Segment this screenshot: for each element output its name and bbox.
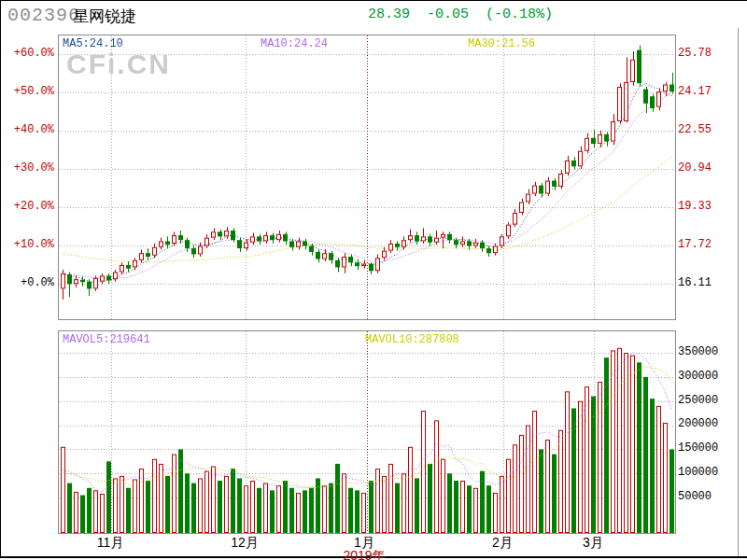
volume-axis-label: 150000 <box>678 441 718 455</box>
mavol10-label: MAVOL10:287808 <box>365 333 459 346</box>
price-axis-label: 24.17 <box>678 85 712 98</box>
volume-axis-label: 250000 <box>678 394 718 407</box>
price-axis-label: 20.94 <box>678 161 712 175</box>
year-label: 2019年 <box>343 548 385 560</box>
ma30-label: MA30:21.56 <box>468 37 535 50</box>
pct-axis-label: +40.0% <box>0 123 54 136</box>
page-border-top <box>0 0 747 1</box>
pct-axis-label: +60.0% <box>0 47 54 60</box>
volume-axis-label: 100000 <box>678 466 718 479</box>
price-axis-label: 16.11 <box>678 276 712 289</box>
volume-axis-label: 350000 <box>678 345 718 358</box>
watermark-logo: CFi.CN <box>66 49 171 80</box>
volume-axis-label: 200000 <box>678 417 718 430</box>
price-axis-label: 19.33 <box>678 200 712 213</box>
price-axis-label: 22.55 <box>678 123 712 136</box>
pct-axis-label: +30.0% <box>0 161 54 175</box>
page-border-right <box>738 28 739 556</box>
mavol5-label: MAVOL5:219641 <box>63 333 150 346</box>
main-chart-panel: CFi.CN MA5:24.10 MA10:24.24 MA30:21.56 <box>58 35 676 320</box>
price-axis-label: 17.72 <box>678 238 712 251</box>
stock-code: 002396 <box>7 5 80 26</box>
pct-axis-label: +0.0% <box>0 276 54 289</box>
volume-chart-panel: MAVOL5:219641 MAVOL10:287808 <box>58 330 676 534</box>
pct-axis-label: +50.0% <box>0 85 54 98</box>
ma5-label: MA5:24.10 <box>63 37 123 50</box>
pct-axis-label: +10.0% <box>0 238 54 251</box>
volume-axis-label: 50000 <box>678 490 712 503</box>
ma10-label: MA10:24.24 <box>261 37 328 50</box>
price-axis-label: 25.78 <box>678 47 712 60</box>
price-quote: 28.39 -0.05 (-0.18%) <box>368 7 553 22</box>
stock-name: 星网锐捷 <box>73 6 136 27</box>
month-label: 3月 <box>583 535 603 552</box>
month-label: 12月 <box>231 535 259 552</box>
month-label: 2月 <box>492 535 513 552</box>
pct-axis-label: +20.0% <box>0 200 54 213</box>
volume-chart-canvas <box>59 331 675 533</box>
volume-axis-label: 300000 <box>678 370 718 383</box>
month-label: 11月 <box>97 535 124 552</box>
